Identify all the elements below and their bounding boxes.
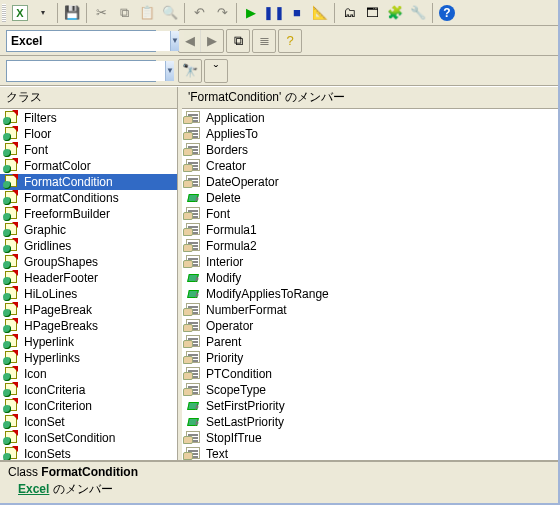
properties-icon[interactable]: 🗔 [361, 2, 383, 24]
member-row[interactable]: StopIfTrue [182, 430, 558, 446]
object-browser-icon[interactable]: 🧩 [384, 2, 406, 24]
member-row[interactable]: Creator [182, 158, 558, 174]
class-row[interactable]: HPageBreaks [0, 318, 177, 334]
member-label: Operator [206, 319, 253, 333]
member-row[interactable]: Formula2 [182, 238, 558, 254]
class-row[interactable]: GroupShapes [0, 254, 177, 270]
excel-icon[interactable]: X [9, 2, 31, 24]
member-label: Priority [206, 351, 243, 365]
design-icon[interactable]: 📐 [309, 2, 331, 24]
class-row[interactable]: FormatColor [0, 158, 177, 174]
help-icon[interactable]: ? [436, 2, 458, 24]
class-row[interactable]: FreeformBuilder [0, 206, 177, 222]
member-row[interactable]: NumberFormat [182, 302, 558, 318]
dropdown-icon[interactable]: ▾ [32, 2, 54, 24]
library-input[interactable] [7, 31, 170, 51]
search-input[interactable] [7, 61, 165, 81]
library-dropdown-button[interactable]: ▼ [170, 31, 179, 51]
help2-icon[interactable]: ? [279, 30, 301, 52]
class-row[interactable]: IconCriterion [0, 398, 177, 414]
class-label: Graphic [24, 223, 66, 237]
class-row[interactable]: Hyperlink [0, 334, 177, 350]
member-row[interactable]: Formula1 [182, 222, 558, 238]
detail-pane: Class FormatCondition Excel のメンバー [0, 460, 558, 503]
project-icon[interactable]: 🗂 [338, 2, 360, 24]
search-dropdown-button[interactable]: ▼ [165, 61, 174, 81]
view-def-icon: ≣ [253, 30, 275, 52]
pause-icon[interactable]: ❚❚ [263, 2, 285, 24]
class-label: HPageBreaks [24, 319, 98, 333]
class-row[interactable]: IconCriteria [0, 382, 177, 398]
library-combo[interactable]: ▼ [6, 30, 156, 52]
property-icon [186, 223, 202, 237]
member-row[interactable]: SetFirstPriority [182, 398, 558, 414]
member-label: PTCondition [206, 367, 272, 381]
class-row[interactable]: IconSetCondition [0, 430, 177, 446]
class-row[interactable]: HeaderFooter [0, 270, 177, 286]
member-label: AppliesTo [206, 127, 258, 141]
binoculars-icon[interactable]: 🔭 [179, 60, 201, 82]
property-icon [186, 111, 202, 125]
property-icon [186, 175, 202, 189]
class-row[interactable]: Font [0, 142, 177, 158]
copy2-icon[interactable]: ⧉ [227, 30, 249, 52]
member-row[interactable]: Parent [182, 334, 558, 350]
show-hidden-icon[interactable]: ˇ [205, 60, 227, 82]
class-icon [4, 127, 20, 141]
separator [236, 3, 237, 23]
stop-icon[interactable]: ■ [286, 2, 308, 24]
class-row[interactable]: Filters [0, 110, 177, 126]
class-row[interactable]: Gridlines [0, 238, 177, 254]
toolbar-grip [2, 4, 6, 22]
member-row[interactable]: DateOperator [182, 174, 558, 190]
class-row[interactable]: FormatCondition [0, 174, 177, 190]
detail-library-link[interactable]: Excel [18, 482, 49, 496]
class-icon [4, 431, 20, 445]
run-icon[interactable]: ▶ [240, 2, 262, 24]
method-icon [186, 287, 202, 301]
class-row[interactable]: Icon [0, 366, 177, 382]
member-row[interactable]: Font [182, 206, 558, 222]
member-row[interactable]: Application [182, 110, 558, 126]
class-label: FormatCondition [24, 175, 113, 189]
method-icon [186, 415, 202, 429]
member-row[interactable]: Operator [182, 318, 558, 334]
class-row[interactable]: FormatConditions [0, 190, 177, 206]
member-label: SetLastPriority [206, 415, 284, 429]
property-icon [186, 159, 202, 173]
class-row[interactable]: IconSet [0, 414, 177, 430]
class-icon [4, 447, 20, 460]
member-row[interactable]: ModifyAppliesToRange [182, 286, 558, 302]
class-icon [4, 111, 20, 125]
member-label: Font [206, 207, 230, 221]
classes-list[interactable]: FiltersFloorFontFormatColorFormatConditi… [0, 109, 177, 460]
member-row[interactable]: Interior [182, 254, 558, 270]
class-label: IconCriterion [24, 399, 92, 413]
member-row[interactable]: Delete [182, 190, 558, 206]
class-icon [4, 415, 20, 429]
member-row[interactable]: PTCondition [182, 366, 558, 382]
class-row[interactable]: IconSets [0, 446, 177, 460]
class-row[interactable]: HiLoLines [0, 286, 177, 302]
undo-icon: ↶ [188, 2, 210, 24]
property-icon [186, 303, 202, 317]
member-row[interactable]: AppliesTo [182, 126, 558, 142]
class-row[interactable]: Hyperlinks [0, 350, 177, 366]
property-icon [186, 431, 202, 445]
toolbox-icon: 🔧 [407, 2, 429, 24]
save-icon[interactable]: 💾 [61, 2, 83, 24]
member-row[interactable]: SetLastPriority [182, 414, 558, 430]
classes-header: クラス [0, 87, 177, 109]
member-row[interactable]: Priority [182, 350, 558, 366]
member-row[interactable]: ScopeType [182, 382, 558, 398]
member-label: Application [206, 111, 265, 125]
members-list[interactable]: ApplicationAppliesToBordersCreatorDateOp… [182, 109, 558, 460]
member-row[interactable]: Borders [182, 142, 558, 158]
class-row[interactable]: Graphic [0, 222, 177, 238]
search-combo[interactable]: ▼ [6, 60, 156, 82]
method-icon [186, 271, 202, 285]
member-row[interactable]: Text [182, 446, 558, 460]
class-row[interactable]: HPageBreak [0, 302, 177, 318]
member-row[interactable]: Modify [182, 270, 558, 286]
class-row[interactable]: Floor [0, 126, 177, 142]
